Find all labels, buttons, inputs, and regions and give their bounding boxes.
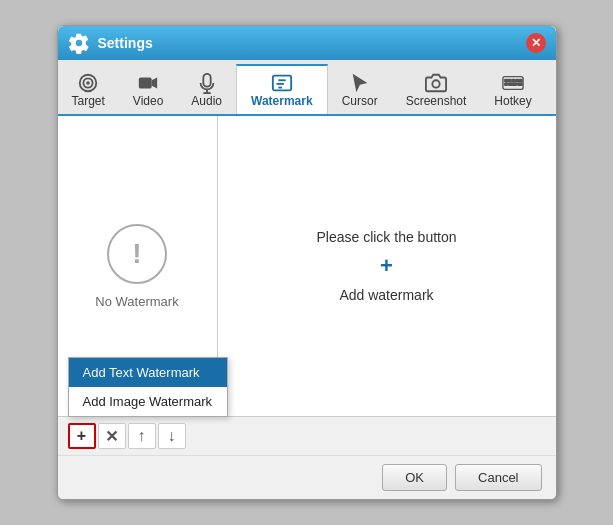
svg-rect-3 bbox=[139, 78, 152, 89]
svg-rect-17 bbox=[519, 79, 522, 81]
move-down-button[interactable]: ↓ bbox=[158, 423, 186, 449]
no-watermark-icon: ! bbox=[107, 224, 167, 284]
add-watermark-label: Add watermark bbox=[339, 287, 433, 303]
tab-target[interactable]: Target bbox=[58, 64, 119, 114]
settings-title-icon bbox=[68, 32, 90, 54]
ok-button[interactable]: OK bbox=[382, 464, 447, 491]
tab-audio[interactable]: Audio bbox=[177, 64, 236, 114]
title-bar: Settings ✕ bbox=[58, 26, 556, 60]
tab-watermark-label: Watermark bbox=[251, 94, 313, 108]
tab-audio-label: Audio bbox=[191, 94, 222, 108]
tab-video[interactable]: Video bbox=[119, 64, 177, 114]
right-panel: Please click the button + Add watermark bbox=[218, 116, 556, 416]
tab-hotkey[interactable]: Hotkey bbox=[480, 64, 545, 114]
bottom-toolbar: + Add Text Watermark Add Image Watermark… bbox=[58, 416, 556, 455]
svg-rect-14 bbox=[508, 79, 511, 81]
tab-screenshot[interactable]: Screenshot bbox=[392, 64, 481, 114]
add-image-watermark-item[interactable]: Add Image Watermark bbox=[69, 387, 227, 416]
no-watermark-label: No Watermark bbox=[95, 294, 178, 309]
plus-symbol: + bbox=[380, 253, 393, 279]
tab-video-label: Video bbox=[133, 94, 163, 108]
tab-cursor-label: Cursor bbox=[342, 94, 378, 108]
footer-area: OK Cancel bbox=[58, 455, 556, 499]
tab-hotkey-label: Hotkey bbox=[494, 94, 531, 108]
svg-marker-4 bbox=[152, 78, 158, 89]
settings-window: Settings ✕ Target Video bbox=[57, 25, 557, 500]
dropdown-menu: Add Text Watermark Add Image Watermark bbox=[68, 357, 228, 417]
cancel-button[interactable]: Cancel bbox=[455, 464, 541, 491]
svg-rect-18 bbox=[505, 83, 508, 85]
screenshot-icon bbox=[425, 72, 447, 94]
watermark-icon bbox=[271, 72, 293, 94]
tab-watermark[interactable]: Watermark bbox=[236, 64, 328, 114]
cursor-icon bbox=[349, 72, 371, 94]
svg-rect-13 bbox=[505, 79, 508, 81]
svg-rect-15 bbox=[512, 79, 515, 81]
tab-cursor[interactable]: Cursor bbox=[328, 64, 392, 114]
instruction-text: Please click the button bbox=[316, 229, 456, 245]
tab-screenshot-label: Screenshot bbox=[406, 94, 467, 108]
move-up-button[interactable]: ↑ bbox=[128, 423, 156, 449]
svg-rect-19 bbox=[508, 83, 516, 85]
close-button[interactable]: ✕ bbox=[526, 33, 546, 53]
svg-rect-20 bbox=[518, 83, 523, 85]
remove-watermark-button[interactable]: ✕ bbox=[98, 423, 126, 449]
video-icon bbox=[137, 72, 159, 94]
window-title: Settings bbox=[98, 35, 153, 51]
audio-icon bbox=[196, 72, 218, 94]
add-watermark-button[interactable]: + bbox=[68, 423, 96, 449]
svg-rect-16 bbox=[516, 79, 519, 81]
tab-target-label: Target bbox=[72, 94, 105, 108]
svg-point-11 bbox=[432, 80, 439, 87]
add-text-watermark-item[interactable]: Add Text Watermark bbox=[69, 358, 227, 387]
target-icon bbox=[77, 72, 99, 94]
hotkey-icon bbox=[502, 72, 524, 94]
tab-bar: Target Video Audio bbox=[58, 60, 556, 116]
svg-point-2 bbox=[87, 82, 89, 84]
